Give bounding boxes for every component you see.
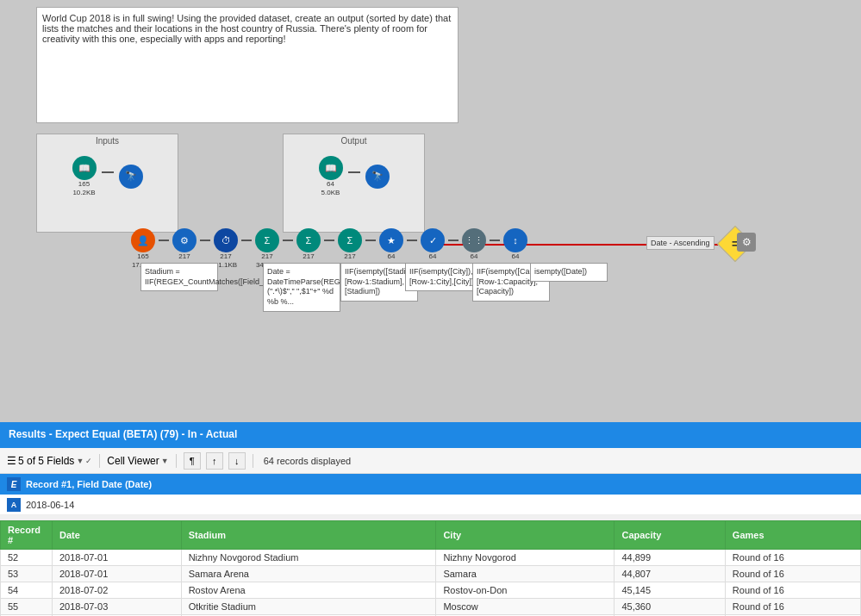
output-inner: 📖 645.0KB 🔭 [284, 147, 424, 205]
cell-record: 55 [1, 599, 53, 615]
record-header-icon: E [7, 477, 21, 491]
description-text: World Cup 2018 is in full swing! Using t… [42, 13, 451, 44]
output-container: Output 📖 645.0KB 🔭 [283, 134, 425, 233]
viewer-selector[interactable]: Cell Viewer ▼ [107, 455, 168, 467]
fields-check-icon: ✓ [85, 457, 92, 465]
flow-icon-8: ✓ [421, 228, 445, 252]
cell-capacity: 44,899 [615, 550, 725, 566]
fields-dropdown-arrow: ▼ [76, 457, 84, 465]
cell-record: 52 [1, 550, 53, 566]
cell-date: 2018-07-02 [53, 582, 182, 599]
data-table: Record # Date Stadium City Capacity Game… [0, 520, 861, 616]
results-title: Results - Expect Equal (BETA) (79) - In … [9, 428, 237, 440]
table-header-row: Record # Date Stadium City Capacity Game… [1, 521, 861, 550]
cell-city: Samara [436, 566, 615, 582]
gear-icon-node[interactable]: ⚙ [737, 233, 756, 252]
record-value: 2018-06-14 [26, 500, 74, 510]
cell-games: Round of 16 [725, 566, 860, 582]
tooltip-6: isempty([Date]) [530, 263, 608, 282]
canvas-area: World Cup 2018 is in full swing! Using t… [0, 0, 861, 422]
cell-city: Rostov-on-Don [436, 582, 615, 599]
table-row[interactable]: 53 2018-07-01 Samara Arena Samara 44,807… [1, 566, 861, 582]
flow-icon-7: ★ [379, 228, 403, 252]
col-header-stadium: Stadium [181, 521, 436, 550]
input-book-badge: 16510.2KB [72, 180, 95, 196]
record-header-label: Record #1, Field Date (Date) [26, 479, 152, 489]
input-binoculars-node[interactable]: 🔭 [119, 165, 143, 189]
output-label: Output [284, 134, 424, 147]
cell-stadium: Otkritie Stadium [181, 599, 436, 615]
inputs-inner: 📖 16510.2KB 🔭 [37, 147, 178, 205]
bottom-panel: ☰ 5 of 5 Fields ▼ ✓ Cell Viewer ▼ ¶ ↑ ↓ … [0, 446, 861, 616]
output-binoculars-node[interactable]: 🔭 [365, 165, 390, 189]
tooltip-4: IIF(isempty([City]),[Row-1:City],[City]) [405, 263, 483, 291]
results-bar: Results - Expect Equal (BETA) (79) - In … [0, 422, 861, 446]
connector-1 [159, 240, 169, 241]
inputs-container: Inputs 📖 16510.2KB 🔭 [36, 134, 178, 233]
sort-label: Date - Ascending [646, 236, 714, 250]
viewer-dropdown-arrow: ▼ [161, 457, 169, 465]
cell-date: 2018-07-03 [53, 599, 182, 615]
connector-3 [241, 240, 252, 241]
cell-record: 54 [1, 582, 53, 599]
record-header: E Record #1, Field Date (Date) [0, 474, 861, 495]
table-container[interactable]: Record # Date Stadium City Capacity Game… [0, 520, 861, 616]
flow-icon-5: Σ [296, 228, 321, 252]
flow-icon-2: ⚙ [172, 228, 197, 252]
cell-date: 2018-07-01 [53, 566, 182, 582]
cell-stadium: Rostov Arena [181, 582, 436, 599]
scroll-content [0, 515, 172, 519]
sort-down-btn[interactable]: ↓ [228, 452, 246, 470]
cell-city: Moscow [436, 599, 615, 615]
col-header-date: Date [53, 521, 182, 550]
record-value-row: A 2018-06-14 [0, 495, 861, 515]
col-header-city: City [436, 521, 615, 550]
col-header-games: Games [725, 521, 860, 550]
table-row[interactable]: 52 2018-07-01 Nizhny Novgorod Stadium Ni… [1, 550, 861, 566]
record-count: 64 records displayed [264, 456, 352, 466]
output-book-badge: 645.0KB [321, 180, 340, 196]
flow-icon-9: ⋮⋮ [462, 228, 486, 252]
cell-capacity: 45,145 [615, 582, 725, 599]
tooltip-2: Date = DateTimeParse(REGEX_Replace([Game… [263, 263, 340, 312]
col-header-capacity: Capacity [615, 521, 725, 550]
sep-1 [99, 454, 100, 468]
input-book-icon: 📖 [72, 156, 97, 180]
gear-icon: ⚙ [737, 233, 756, 252]
description-box: World Cup 2018 is in full swing! Using t… [36, 7, 459, 123]
connector-4 [283, 240, 293, 241]
input-book-node[interactable]: 📖 16510.2KB [72, 156, 97, 196]
input-binoculars-icon: 🔭 [119, 165, 143, 189]
cell-games: Round of 16 [725, 582, 860, 599]
cell-stadium: Nizhny Novgorod Stadium [181, 550, 436, 566]
fields-label: 5 of 5 Fields [18, 455, 74, 467]
connector-8 [407, 240, 417, 241]
connector-5 [324, 240, 334, 241]
sep-2 [176, 454, 177, 468]
sep-3 [253, 454, 253, 468]
flow-icon-6: Σ [338, 228, 362, 252]
cell-city: Nizhny Novgorod [436, 550, 615, 566]
inputs-label: Inputs [37, 134, 178, 147]
flow-icon-1: 👤 [131, 228, 155, 252]
cell-stadium: Samara Arena [181, 566, 436, 582]
record-value-icon: A [7, 498, 21, 512]
table-row[interactable]: 55 2018-07-03 Otkritie Stadium Moscow 45… [1, 599, 861, 615]
table-body: 52 2018-07-01 Nizhny Novgorod Stadium Ni… [1, 550, 861, 617]
output-book-node[interactable]: 📖 645.0KB [319, 156, 343, 196]
sort-up-btn[interactable]: ↑ [206, 452, 223, 470]
col-header-record: Record # [1, 521, 53, 550]
connector-9 [448, 240, 459, 241]
flow-icon-10: ↕ [503, 228, 527, 252]
connector-2 [200, 240, 210, 241]
cell-date: 2018-07-01 [53, 550, 182, 566]
cell-games: Round of 16 [725, 599, 860, 615]
table-row[interactable]: 54 2018-07-02 Rostov Arena Rostov-on-Don… [1, 582, 861, 599]
list-icon: ☰ [7, 455, 16, 467]
output-binoculars-icon: 🔭 [365, 165, 390, 189]
toolbar-row: ☰ 5 of 5 Fields ▼ ✓ Cell Viewer ▼ ¶ ↑ ↓ … [0, 448, 861, 474]
tooltip-1: Stadium = IIF(REGEX_CountMatches([Field_… [140, 263, 218, 291]
fields-selector[interactable]: ☰ 5 of 5 Fields ▼ ✓ [7, 455, 92, 467]
cell-record: 53 [1, 566, 53, 582]
para-icon-btn[interactable]: ¶ [184, 452, 201, 470]
